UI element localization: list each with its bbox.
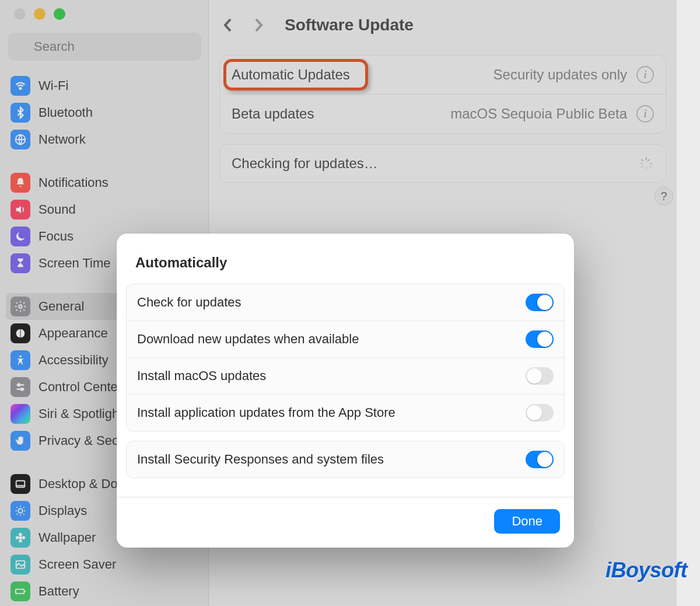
sidebar-item-label: Notifications <box>38 175 108 190</box>
wifi-icon <box>10 76 30 96</box>
sidebar-item-label: Bluetooth <box>38 105 93 120</box>
checking-label: Checking for updates… <box>232 155 378 172</box>
siri-icon <box>10 404 30 424</box>
sidebar-item-notifications[interactable]: Notifications <box>6 169 202 196</box>
svg-rect-26 <box>640 159 643 162</box>
svg-rect-25 <box>649 163 652 164</box>
moon-icon <box>10 227 30 246</box>
sidebar-item-label: Siri & Spotlight <box>38 406 123 422</box>
toggle-install-security[interactable] <box>526 451 554 468</box>
svg-rect-22 <box>646 157 647 160</box>
sidebar-item-network[interactable]: Network <box>6 126 202 153</box>
toggle-label: Install macOS updates <box>137 368 526 384</box>
toggle-label: Download new updates when available <box>137 332 526 347</box>
sidebar-item-label: Control Center <box>38 379 122 395</box>
forward-button[interactable] <box>250 16 267 34</box>
minimize-window-button[interactable] <box>34 8 46 20</box>
back-button[interactable] <box>219 16 237 34</box>
toggle-row-check-updates: Check for updates <box>127 284 564 321</box>
svg-rect-28 <box>647 159 650 162</box>
toggle-install-macos[interactable] <box>526 367 554 385</box>
updates-panel: Automatic Updates Security updates only … <box>219 55 666 134</box>
gear-icon <box>10 297 30 316</box>
sidebar-item-wifi[interactable]: Wi-Fi <box>6 72 202 99</box>
svg-point-15 <box>19 533 22 537</box>
window-controls <box>0 6 208 33</box>
image-icon <box>10 555 30 574</box>
svg-point-17 <box>16 536 19 539</box>
search-input[interactable] <box>8 33 201 61</box>
header: Software Update <box>219 9 666 41</box>
dock-icon <box>10 474 30 494</box>
sidebar-item-label: Accessibility <box>38 353 108 368</box>
automatic-updates-row[interactable]: Automatic Updates Security updates only … <box>220 55 666 94</box>
hourglass-icon <box>10 253 30 273</box>
svg-point-2 <box>20 88 22 89</box>
zoom-window-button[interactable] <box>54 8 65 20</box>
watermark: iBoysoft <box>606 558 687 583</box>
info-icon[interactable]: i <box>636 105 654 123</box>
toggle-row-install-security: Install Security Responses and system fi… <box>127 441 564 478</box>
beta-updates-row[interactable]: Beta updates macOS Sequoia Public Beta i <box>220 94 666 133</box>
toggle-row-install-macos: Install macOS updates <box>127 357 564 394</box>
sheet-title: Automatically <box>117 255 574 284</box>
accessibility-icon <box>10 350 30 370</box>
sidebar-item-bluetooth[interactable]: Bluetooth <box>6 99 202 126</box>
svg-point-6 <box>19 356 22 358</box>
sidebar-item-battery[interactable]: Battery <box>6 578 202 605</box>
sidebar-item-label: Wallpaper <box>38 530 96 545</box>
page-title: Software Update <box>285 16 414 34</box>
toggle-row-download-updates: Download new updates when available <box>127 321 564 357</box>
svg-point-8 <box>18 384 20 386</box>
toggle-download-updates[interactable] <box>526 330 554 348</box>
sidebar-item-label: Screen Saver <box>38 557 116 572</box>
sidebar-item-label: General <box>38 299 84 314</box>
sliders-icon <box>10 377 30 397</box>
globe-icon <box>10 130 30 149</box>
info-icon[interactable]: i <box>636 66 654 83</box>
automatic-updates-sheet: Automatically Check for updates Download… <box>117 234 574 548</box>
close-window-button[interactable] <box>14 8 26 20</box>
svg-point-16 <box>19 539 22 543</box>
row-label: Automatic Updates <box>232 67 350 83</box>
checking-row: Checking for updates… <box>220 145 666 182</box>
toggle-install-appstore[interactable] <box>526 404 554 422</box>
done-button[interactable]: Done <box>494 509 560 534</box>
svg-rect-24 <box>640 163 643 164</box>
sidebar-item-screen-saver[interactable]: Screen Saver <box>6 551 202 578</box>
svg-rect-29 <box>640 165 643 168</box>
row-label: Beta updates <box>232 106 314 122</box>
svg-point-4 <box>19 305 22 308</box>
sidebar-item-label: Screen Time <box>38 256 111 271</box>
toggle-check-updates[interactable] <box>526 294 554 311</box>
toggle-label: Check for updates <box>137 295 526 310</box>
help-button[interactable]: ? <box>654 187 673 206</box>
sidebar-item-label: Appearance <box>38 326 108 341</box>
svg-rect-11 <box>16 481 25 487</box>
flower-icon <box>10 528 30 548</box>
svg-point-10 <box>21 388 23 391</box>
sun-icon <box>10 501 30 521</box>
toggle-label: Install Security Responses and system fi… <box>137 452 526 467</box>
toggle-label: Install application updates from the App… <box>137 405 526 420</box>
svg-rect-20 <box>16 589 24 593</box>
sheet-group-2: Install Security Responses and system fi… <box>126 441 565 478</box>
hand-icon <box>10 431 30 451</box>
spinner-icon <box>639 156 654 171</box>
sidebar-item-label: Wi-Fi <box>38 78 68 93</box>
sidebar-item-label: Focus <box>38 229 74 244</box>
bluetooth-icon <box>10 103 30 123</box>
svg-rect-27 <box>649 165 652 168</box>
sidebar-item-label: Network <box>38 132 86 147</box>
svg-rect-23 <box>646 166 647 169</box>
checking-panel: Checking for updates… <box>219 144 666 183</box>
toggle-row-install-appstore: Install application updates from the App… <box>127 394 564 431</box>
row-value: Security updates only <box>494 67 627 83</box>
svg-point-13 <box>18 509 22 513</box>
speaker-icon <box>10 200 30 220</box>
bell-icon <box>10 173 30 193</box>
row-value: macOS Sequoia Public Beta <box>450 106 627 122</box>
sidebar-item-sound[interactable]: Sound <box>6 196 202 223</box>
sidebar-item-label: Displays <box>38 503 87 518</box>
appearance-icon <box>10 323 30 343</box>
